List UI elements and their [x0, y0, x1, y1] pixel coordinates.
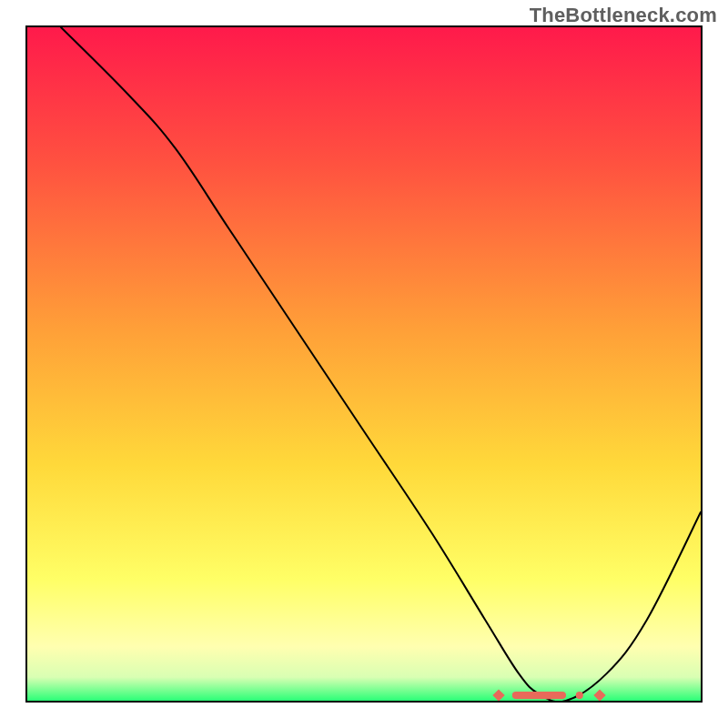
marker-pill — [512, 692, 566, 699]
plot-area — [25, 25, 703, 703]
plot-svg — [27, 27, 701, 701]
marker-dot — [576, 692, 583, 699]
gradient-background — [27, 27, 701, 701]
watermark-label: TheBottleneck.com — [530, 4, 717, 27]
chart-stage: TheBottleneck.com — [0, 0, 728, 728]
